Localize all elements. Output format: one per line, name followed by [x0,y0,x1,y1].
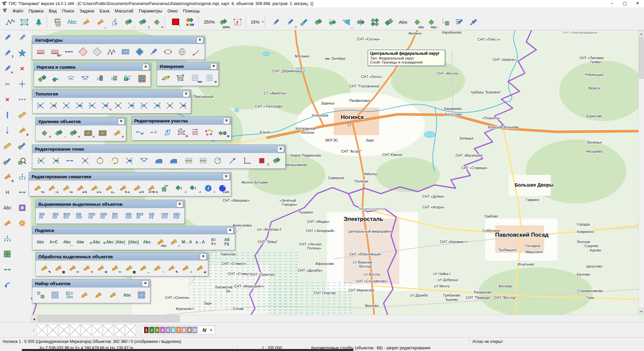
penarr-button[interactable] [147,46,161,57]
fl-button[interactable]: a... [101,183,115,194]
scroll-down-icon[interactable]: ▼ [639,308,644,315]
fl-button[interactable]: ▤ [51,263,65,274]
panel-close-icon[interactable]: ✕ [200,254,207,260]
text-✕-button[interactable]: ✕ [16,63,29,75]
lua-button[interactable]: LUA [215,183,229,194]
panel-close-icon[interactable]: ✕ [176,201,183,207]
hstack-button[interactable]: H [174,127,188,138]
star-button[interactable] [16,47,29,59]
sqlist-button[interactable] [63,289,77,301]
al-button[interactable] [171,210,183,222]
panel-close-icon[interactable]: ✕ [223,173,229,180]
fl-button[interactable]: a [1,171,14,183]
toolbar-pen-button[interactable] [269,15,283,29]
topo-button[interactable] [112,100,125,111]
text-Abe-button[interactable]: Abe [74,236,87,248]
text-Abc-button[interactable]: Abc [120,289,135,301]
pen2-button[interactable] [16,32,29,44]
layer-number-9[interactable]: 9 [187,327,192,333]
fl-button[interactable]: M [94,263,108,274]
layer-number-7[interactable]: 7 [176,327,181,333]
layer-number-6[interactable]: 6 [171,327,176,333]
nodechain-button[interactable] [62,46,76,57]
sqpurple-button[interactable] [16,202,29,214]
text-Abc-button[interactable]: Abc [1,202,14,214]
topo-button[interactable] [47,100,60,111]
text-[Abc]-button[interactable]: [Abc] [127,236,140,248]
al-button[interactable] [147,210,159,222]
text-X=Y=-button[interactable]: X= Y= [207,236,220,248]
panel-close-icon[interactable]: ✕ [196,37,203,43]
grid-button[interactable]: мм [188,72,203,84]
topo-button[interactable] [60,100,73,111]
undo-button[interactable] [1,279,14,291]
cross-button[interactable] [16,78,29,90]
toolbar-dia1-button[interactable]: Abc [410,15,424,29]
sqgrid2-button[interactable] [134,289,149,301]
panel-title-bar[interactable]: Обработка выделенных объектов✕ [36,252,208,261]
toolbar-penchain-button[interactable] [297,15,311,29]
text-a→A-button[interactable]: a→A [193,236,207,248]
fill-pattern-sample[interactable] [125,324,136,336]
text-Abc-button[interactable]: Abc··· [60,236,74,248]
dia2s-button[interactable]: ✕ [66,127,81,139]
pen-button[interactable] [1,32,14,44]
sciline-button[interactable]: ✂ [106,73,120,84]
fill-pattern-sample[interactable] [114,324,125,336]
topo-button[interactable] [177,100,190,111]
gridn-button[interactable] [195,155,210,166]
text-¦Abc¦-button[interactable]: ¦Abc¦ [114,236,127,248]
grid-button[interactable]: м [203,72,217,84]
toolbar-tree-button[interactable] [32,15,46,29]
scroll-up-icon[interactable]: ▲ [639,30,644,37]
panel-title-bar[interactable]: Автофигуры✕ [32,36,205,44]
fl-button[interactable]: a-h [130,183,144,194]
tree2-button[interactable] [1,233,14,245]
club-button[interactable] [189,46,203,57]
toolbar-dia2s-button[interactable]: | [136,15,150,29]
fl-button[interactable]: +a [30,183,44,194]
circlea-button[interactable] [210,155,225,166]
toolbar-dia2s-button[interactable]: 250% [216,15,230,29]
panel-close-icon[interactable]: ✕ [277,146,284,152]
harr-button[interactable] [16,186,29,198]
grid3-button[interactable] [1,248,14,260]
topo-button[interactable] [138,100,151,111]
pattern-scroll-chevron-icon[interactable]: ⟨ [31,324,36,336]
toolbar-text-Abc-button[interactable]: Abc [396,15,410,29]
toolbar-text-250%-button[interactable]: 250% [202,15,216,29]
toolbar-dia1-button[interactable]: ✕ [150,15,164,29]
panel-title-bar[interactable]: Топология✕ [33,90,191,98]
fill-pattern-sample[interactable] [81,324,92,336]
hrect-button[interactable]: ✕ [95,127,110,139]
topo-button[interactable] [151,100,164,111]
gridred-button[interactable] [135,73,149,84]
pen-button[interactable]: ✕ [1,63,14,75]
menu-Вид[interactable]: Вид [46,8,60,14]
topo-button[interactable] [122,155,137,166]
comb-button[interactable]: 90° [48,46,62,57]
scibar-button[interactable]: ✂ [92,73,106,84]
menu-Задачи[interactable]: Задачи [77,8,97,14]
fl-button[interactable]: ▦ [122,263,136,274]
toolbar-dia4-button[interactable] [368,15,382,29]
map-horizontal-scrollbar[interactable]: ◀ [31,315,638,322]
map-vertical-scrollbar[interactable]: ▲ ▼ [638,30,644,315]
dots3-button[interactable] [16,93,29,106]
rotate-button[interactable] [107,155,122,166]
fl-button[interactable]: A+B·A [144,183,158,194]
toolbar-hatchsq-button[interactable] [17,15,32,29]
al-button[interactable] [159,210,171,222]
fl-button[interactable]: ◆ [192,263,207,274]
hrect-button[interactable]: ✕ [81,127,95,139]
menu-База[interactable]: База [97,8,112,14]
al-button[interactable] [110,210,122,222]
iron-button[interactable] [151,155,166,166]
panelsci-button[interactable]: ✂ [121,73,135,84]
toolbar-tricyan-button[interactable]: … [339,15,354,29]
fl-button[interactable]: ✕ [79,263,94,274]
dia2s-button[interactable]: − [51,127,66,139]
al-button[interactable] [134,210,146,222]
fl-button[interactable]: ✎ [164,263,178,274]
num1-button[interactable]: 1 [254,155,269,166]
